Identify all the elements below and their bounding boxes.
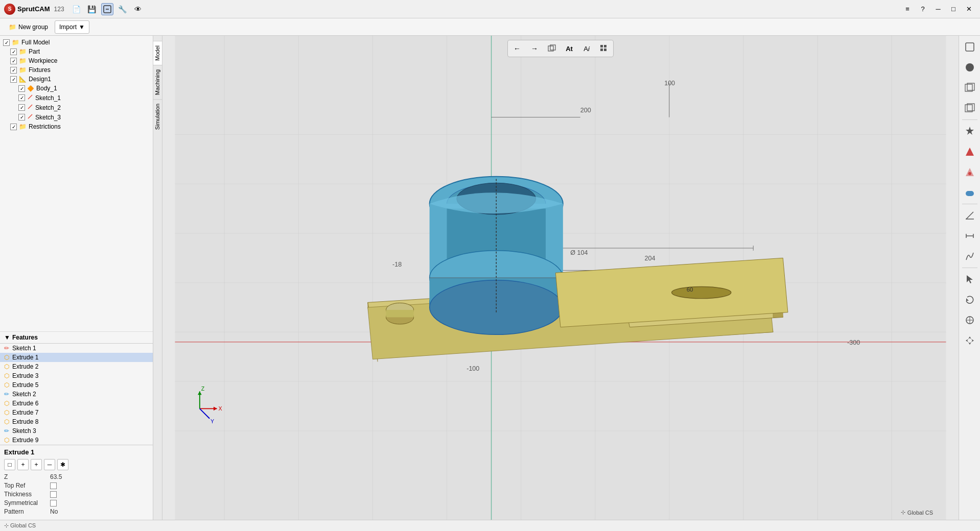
section-mode-button[interactable] [961,206,979,225]
tree-item-checkbox[interactable]: ✓ [10,58,17,64]
divider-1 [962,119,977,120]
feature-label: Extrude 3 [12,372,38,379]
solid-mode-button[interactable] [961,58,979,77]
select-mode-button[interactable] [961,270,979,288]
tools-active-icon[interactable] [101,3,113,15]
app-name: SprutCAM [17,5,50,13]
feature-item[interactable]: ⬡Extrude 9 [0,436,153,445]
tree-item-checkbox[interactable]: ✓ [18,104,25,111]
property-checkbox[interactable] [50,500,57,506]
menu-button[interactable]: ≡ [900,3,915,15]
3d-viewport[interactable]: ← → At Ai [162,36,959,520]
svg-point-81 [966,63,974,71]
feature-item[interactable]: ⬡Extrude 1 [0,353,153,362]
tree-item-checkbox[interactable]: ✓ [18,114,25,120]
surface-mode-button[interactable] [961,38,979,56]
tree-item[interactable]: ✓📁Restrictions [0,122,153,131]
redo-button[interactable]: → [527,42,542,55]
features-collapse-icon[interactable]: ▼ [4,334,10,341]
tree-item[interactable]: ✓📐Design1 [0,75,153,84]
svg-text:-18: -18 [392,261,402,268]
feature-item[interactable]: ⬡Extrude 8 [0,417,153,426]
view-icon[interactable]: 👁 [132,3,144,15]
settings-icon[interactable]: 🔧 [116,3,129,15]
text-mode-1-button[interactable]: At [562,42,577,55]
prop-icon-box[interactable]: □ [4,459,15,470]
tree-item-checkbox[interactable]: ✓ [18,94,25,101]
feature-item[interactable]: ⬡Extrude 3 [0,371,153,380]
property-checkbox[interactable] [50,482,57,489]
prop-icon-add-bottom[interactable]: + [31,459,42,470]
tree-item[interactable]: ✓📁Part [0,47,153,56]
tree-item[interactable]: ✓Sketch_1 [0,93,153,103]
svg-text:Y: Y [211,418,214,424]
feature-label: Sketch 2 [12,391,36,398]
feature-item[interactable]: ⬡Extrude 6 [0,399,153,408]
svg-text:200: 200 [580,107,591,114]
light-mode-button[interactable] [961,122,979,140]
property-checkbox[interactable] [50,491,57,498]
tree-item-checkbox[interactable]: ✓ [10,67,17,74]
snap-mode-button[interactable] [961,311,979,329]
prop-icon-subtract[interactable]: ─ [44,459,55,470]
close-button[interactable]: ✕ [962,3,976,15]
tree-item[interactable]: ✓📁Workpiece [0,56,153,65]
tree-item[interactable]: ✓🔶Body_1 [0,84,153,93]
tab-machining[interactable]: Machining [153,65,162,99]
tree-item-icon: 📁 [19,66,27,74]
tab-simulation[interactable]: Simulation [153,99,162,134]
material-mode-button[interactable] [961,142,979,161]
measure-mode-button[interactable] [961,227,979,245]
new-group-button[interactable]: 📁 New group [4,20,53,34]
tree-item-checkbox[interactable]: ✓ [18,85,25,92]
tree-item-checkbox[interactable]: ✓ [10,49,17,55]
tree-item-label: Body_1 [36,85,57,92]
tree-item-checkbox[interactable]: ✓ [3,39,10,46]
restore-button[interactable]: □ [946,3,961,15]
minimize-button[interactable]: ─ [931,3,945,15]
feature-item[interactable]: ✏Sketch 3 [0,426,153,436]
svg-rect-4 [600,45,603,47]
tree-item-label: Sketch_1 [35,94,61,102]
feature-item[interactable]: ⬡Extrude 2 [0,362,153,371]
texture-mode-button[interactable] [961,163,979,181]
new-file-icon[interactable]: 📄 [71,3,83,15]
wireframe-mode-button[interactable] [961,79,979,97]
prop-icon-star[interactable]: ✱ [57,459,68,470]
features-list: ✏Sketch 1⬡Extrude 1⬡Extrude 2⬡Extrude 3⬡… [0,343,153,445]
cs-text: Global CS [907,510,933,516]
undo-button[interactable]: ← [509,42,525,55]
feature-item[interactable]: ⬡Extrude 5 [0,380,153,390]
svg-rect-80 [966,43,974,51]
help-button[interactable]: ? [916,3,930,15]
tree-item-icon [27,113,33,121]
shaded-mode-button[interactable] [961,99,979,117]
tree-item[interactable]: ✓📁Fixtures [0,65,153,75]
property-action-icons: □ + + ─ ✱ [4,459,149,470]
view-cube-button[interactable] [544,42,559,55]
tree-item[interactable]: ✓📁Full Model [0,38,153,47]
feature-item[interactable]: ✏Sketch 2 [0,390,153,399]
tab-model[interactable]: Model [153,41,162,65]
feature-item[interactable]: ⬡Extrude 7 [0,408,153,417]
logo-icon: S [4,4,15,15]
feature-item[interactable]: ✏Sketch 1 [0,344,153,353]
import-button[interactable]: Import ▼ [55,20,89,34]
cloud-mode-button[interactable] [961,183,979,202]
grid-mode-button[interactable] [596,42,612,55]
svg-text:-300: -300 [847,339,860,346]
curve-mode-button[interactable] [961,247,979,266]
prop-icon-add-top[interactable]: + [17,459,29,470]
feature-label: Sketch 3 [12,427,36,435]
move-mode-button[interactable] [961,331,979,350]
svg-point-89 [968,172,971,175]
tree-item-checkbox[interactable]: ✓ [10,76,17,83]
save-icon[interactable]: 💾 [86,3,98,15]
text-mode-2-button[interactable]: Ai [579,42,594,55]
tree-item[interactable]: ✓Sketch_2 [0,103,153,112]
tree-item-icon: 📁 [12,39,19,46]
rotate-mode-button[interactable] [961,291,979,309]
tree-item-icon: 🔶 [27,85,34,92]
tree-item-checkbox[interactable]: ✓ [10,124,17,130]
tree-item[interactable]: ✓Sketch_3 [0,112,153,122]
